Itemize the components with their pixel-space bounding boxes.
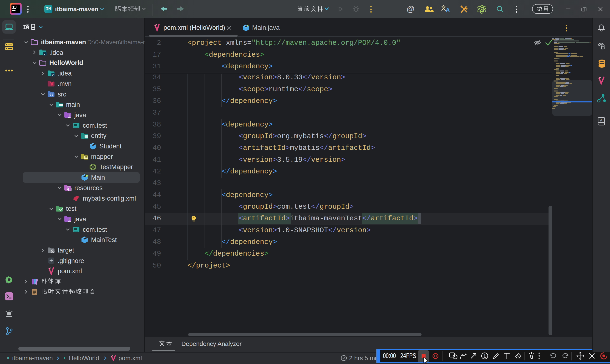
svg-text:1: 1 xyxy=(483,353,486,359)
svg-text:A: A xyxy=(600,118,602,122)
svg-text:@: @ xyxy=(406,5,415,13)
